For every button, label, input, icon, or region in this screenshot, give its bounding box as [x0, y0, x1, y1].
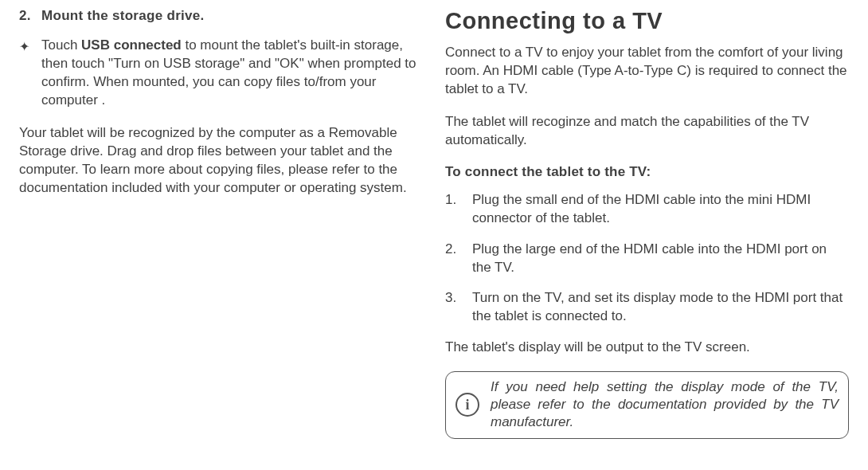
ordered-step: 3. Turn on the TV, and set its display m… — [445, 289, 849, 326]
info-text: If you need help setting the display mod… — [491, 378, 839, 431]
step-heading: 2. Mount the storage drive. — [19, 8, 423, 24]
info-icon-circle: i — [456, 393, 479, 417]
sub-heading: To connect the tablet to the TV: — [445, 164, 849, 180]
bullet-item: ✦ Touch USB connected to mount the table… — [19, 37, 423, 110]
intro-paragraph-2: The tablet will recoginze and match the … — [445, 113, 849, 150]
bullet-pre: Touch — [41, 37, 81, 53]
left-column: 2. Mount the storage drive. ✦ Touch USB … — [16, 8, 434, 454]
step-text-3: Turn on the TV, and set its display mode… — [472, 289, 849, 326]
section-title: Connecting to a TV — [445, 8, 849, 34]
step-num-3: 3. — [445, 289, 472, 326]
step-text-1: Plug the small end of the HDMI cable int… — [472, 191, 849, 228]
step-num-2: 2. — [445, 241, 472, 277]
step-num-1: 1. — [445, 191, 472, 228]
intro-paragraph-1: Connect to a TV to enjoy your tablet fro… — [445, 44, 849, 99]
info-callout: i If you need help setting the display m… — [445, 371, 849, 438]
outro-paragraph: The tablet's display will be output to t… — [445, 339, 849, 357]
bullet-bold: USB connected — [81, 37, 182, 53]
left-paragraph: Your tablet will be recognized by the co… — [19, 124, 423, 198]
right-column: Connecting to a TV Connect to a TV to en… — [434, 8, 852, 454]
step-number: 2. — [19, 8, 41, 24]
step-text-2: Plug the large end of the HDMI cable int… — [472, 241, 849, 277]
ordered-step: 2. Plug the large end of the HDMI cable … — [445, 241, 849, 277]
ordered-step: 1. Plug the small end of the HDMI cable … — [445, 191, 849, 228]
star-icon: ✦ — [19, 37, 41, 110]
bullet-text: Touch USB connected to mount the tablet'… — [41, 37, 423, 110]
step-title: Mount the storage drive. — [41, 8, 205, 24]
info-icon: i — [456, 393, 491, 417]
